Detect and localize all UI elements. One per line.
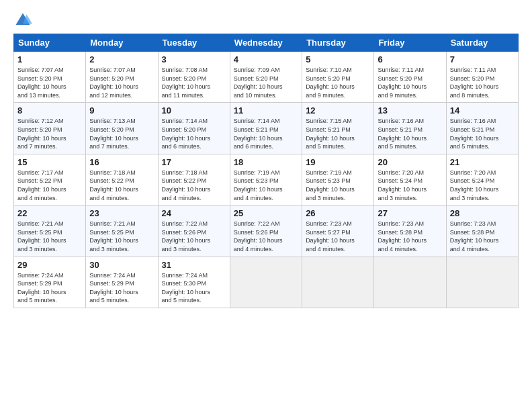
- day-info: Sunrise: 7:19 AM Sunset: 5:23 PM Dayligh…: [306, 169, 370, 202]
- calendar-day-cell: 4Sunrise: 7:09 AM Sunset: 5:20 PM Daylig…: [230, 52, 302, 103]
- calendar-day-cell: [230, 257, 302, 308]
- calendar-day-cell: [374, 257, 446, 308]
- logo: [13, 11, 35, 30]
- day-info: Sunrise: 7:13 AM Sunset: 5:20 PM Dayligh…: [89, 117, 154, 150]
- day-info: Sunrise: 7:12 AM Sunset: 5:20 PM Dayligh…: [17, 117, 82, 150]
- day-info: Sunrise: 7:15 AM Sunset: 5:21 PM Dayligh…: [306, 117, 370, 150]
- day-info: Sunrise: 7:14 AM Sunset: 5:20 PM Dayligh…: [162, 117, 226, 150]
- day-info: Sunrise: 7:10 AM Sunset: 5:20 PM Dayligh…: [306, 66, 370, 99]
- calendar-day-cell: 17Sunrise: 7:18 AM Sunset: 5:22 PM Dayli…: [158, 154, 230, 205]
- calendar-day-cell: [302, 257, 374, 308]
- day-number: 21: [450, 157, 515, 167]
- calendar-day-cell: 28Sunrise: 7:23 AM Sunset: 5:28 PM Dayli…: [446, 205, 518, 257]
- calendar-day-cell: 5Sunrise: 7:10 AM Sunset: 5:20 PM Daylig…: [302, 52, 374, 103]
- day-info: Sunrise: 7:23 AM Sunset: 5:27 PM Dayligh…: [306, 220, 370, 253]
- calendar-day-cell: 2Sunrise: 7:07 AM Sunset: 5:20 PM Daylig…: [86, 52, 158, 103]
- day-number: 2: [89, 54, 154, 64]
- calendar-week-row: 8Sunrise: 7:12 AM Sunset: 5:20 PM Daylig…: [14, 103, 519, 154]
- day-number: 25: [234, 208, 298, 218]
- calendar-day-cell: 18Sunrise: 7:19 AM Sunset: 5:23 PM Dayli…: [230, 154, 302, 205]
- calendar-day-cell: 31Sunrise: 7:24 AM Sunset: 5:30 PM Dayli…: [158, 257, 230, 308]
- day-number: 9: [89, 105, 154, 116]
- calendar-week-row: 29Sunrise: 7:24 AM Sunset: 5:29 PM Dayli…: [14, 257, 519, 308]
- day-info: Sunrise: 7:14 AM Sunset: 5:21 PM Dayligh…: [234, 117, 298, 150]
- day-info: Sunrise: 7:09 AM Sunset: 5:20 PM Dayligh…: [234, 66, 298, 99]
- calendar-header-thursday: Thursday: [302, 34, 374, 52]
- calendar-header-friday: Friday: [374, 34, 446, 52]
- day-info: Sunrise: 7:07 AM Sunset: 5:20 PM Dayligh…: [17, 66, 82, 99]
- day-info: Sunrise: 7:16 AM Sunset: 5:21 PM Dayligh…: [450, 117, 515, 150]
- day-info: Sunrise: 7:24 AM Sunset: 5:29 PM Dayligh…: [89, 271, 154, 305]
- logo-icon: [13, 11, 32, 30]
- day-info: Sunrise: 7:16 AM Sunset: 5:21 PM Dayligh…: [378, 117, 442, 150]
- day-info: Sunrise: 7:21 AM Sunset: 5:25 PM Dayligh…: [17, 220, 82, 253]
- calendar-day-cell: 12Sunrise: 7:15 AM Sunset: 5:21 PM Dayli…: [302, 103, 374, 154]
- calendar-week-row: 1Sunrise: 7:07 AM Sunset: 5:20 PM Daylig…: [14, 52, 519, 103]
- calendar-day-cell: 13Sunrise: 7:16 AM Sunset: 5:21 PM Dayli…: [374, 103, 446, 154]
- day-info: Sunrise: 7:08 AM Sunset: 5:20 PM Dayligh…: [162, 66, 226, 99]
- calendar-day-cell: 22Sunrise: 7:21 AM Sunset: 5:25 PM Dayli…: [14, 205, 86, 257]
- day-info: Sunrise: 7:20 AM Sunset: 5:24 PM Dayligh…: [378, 169, 442, 202]
- day-number: 1: [17, 54, 82, 64]
- day-number: 3: [162, 54, 226, 64]
- day-number: 27: [378, 208, 442, 218]
- calendar-table: SundayMondayTuesdayWednesdayThursdayFrid…: [13, 34, 519, 308]
- calendar-day-cell: 14Sunrise: 7:16 AM Sunset: 5:21 PM Dayli…: [446, 103, 518, 154]
- day-info: Sunrise: 7:11 AM Sunset: 5:20 PM Dayligh…: [378, 66, 442, 99]
- day-info: Sunrise: 7:07 AM Sunset: 5:20 PM Dayligh…: [89, 66, 154, 99]
- day-info: Sunrise: 7:20 AM Sunset: 5:24 PM Dayligh…: [450, 169, 515, 202]
- calendar-day-cell: 30Sunrise: 7:24 AM Sunset: 5:29 PM Dayli…: [86, 257, 158, 308]
- day-info: Sunrise: 7:23 AM Sunset: 5:28 PM Dayligh…: [378, 220, 442, 253]
- calendar-day-cell: 3Sunrise: 7:08 AM Sunset: 5:20 PM Daylig…: [158, 52, 230, 103]
- day-info: Sunrise: 7:17 AM Sunset: 5:22 PM Dayligh…: [17, 169, 82, 202]
- calendar-day-cell: 29Sunrise: 7:24 AM Sunset: 5:29 PM Dayli…: [14, 257, 86, 308]
- calendar-day-cell: 23Sunrise: 7:21 AM Sunset: 5:25 PM Dayli…: [86, 205, 158, 257]
- calendar-day-cell: 24Sunrise: 7:22 AM Sunset: 5:26 PM Dayli…: [158, 205, 230, 257]
- day-info: Sunrise: 7:21 AM Sunset: 5:25 PM Dayligh…: [89, 220, 154, 253]
- day-info: Sunrise: 7:23 AM Sunset: 5:28 PM Dayligh…: [450, 220, 515, 253]
- calendar-header-wednesday: Wednesday: [230, 34, 302, 52]
- day-number: 18: [234, 157, 298, 167]
- calendar-header-monday: Monday: [86, 34, 158, 52]
- day-info: Sunrise: 7:22 AM Sunset: 5:26 PM Dayligh…: [162, 220, 226, 253]
- day-number: 29: [17, 260, 82, 270]
- day-number: 8: [17, 105, 82, 116]
- calendar-header-row: SundayMondayTuesdayWednesdayThursdayFrid…: [14, 34, 519, 52]
- day-number: 17: [162, 157, 226, 167]
- day-number: 5: [306, 54, 370, 64]
- day-number: 10: [162, 105, 226, 116]
- day-number: 13: [378, 105, 442, 116]
- calendar-day-cell: [446, 257, 518, 308]
- calendar-day-cell: 16Sunrise: 7:18 AM Sunset: 5:22 PM Dayli…: [86, 154, 158, 205]
- day-number: 26: [306, 208, 370, 218]
- day-info: Sunrise: 7:22 AM Sunset: 5:26 PM Dayligh…: [234, 220, 298, 253]
- day-number: 14: [450, 105, 515, 116]
- calendar-header-saturday: Saturday: [446, 34, 518, 52]
- calendar-day-cell: 19Sunrise: 7:19 AM Sunset: 5:23 PM Dayli…: [302, 154, 374, 205]
- day-info: Sunrise: 7:19 AM Sunset: 5:23 PM Dayligh…: [234, 169, 298, 202]
- day-number: 23: [89, 208, 154, 218]
- calendar-header-sunday: Sunday: [14, 34, 86, 52]
- day-number: 11: [234, 105, 298, 116]
- calendar-day-cell: 7Sunrise: 7:11 AM Sunset: 5:20 PM Daylig…: [446, 52, 518, 103]
- day-info: Sunrise: 7:24 AM Sunset: 5:30 PM Dayligh…: [162, 271, 226, 305]
- day-number: 6: [378, 54, 442, 64]
- day-info: Sunrise: 7:11 AM Sunset: 5:20 PM Dayligh…: [450, 66, 515, 99]
- day-number: 24: [162, 208, 226, 218]
- day-info: Sunrise: 7:24 AM Sunset: 5:29 PM Dayligh…: [17, 271, 82, 305]
- day-number: 4: [234, 54, 298, 64]
- day-info: Sunrise: 7:18 AM Sunset: 5:22 PM Dayligh…: [89, 169, 154, 202]
- calendar-day-cell: 26Sunrise: 7:23 AM Sunset: 5:27 PM Dayli…: [302, 205, 374, 257]
- day-info: Sunrise: 7:18 AM Sunset: 5:22 PM Dayligh…: [162, 169, 226, 202]
- day-number: 30: [89, 260, 154, 270]
- header: [13, 11, 519, 30]
- calendar-day-cell: 25Sunrise: 7:22 AM Sunset: 5:26 PM Dayli…: [230, 205, 302, 257]
- calendar-day-cell: 9Sunrise: 7:13 AM Sunset: 5:20 PM Daylig…: [86, 103, 158, 154]
- calendar-week-row: 22Sunrise: 7:21 AM Sunset: 5:25 PM Dayli…: [14, 205, 519, 257]
- calendar-header-tuesday: Tuesday: [158, 34, 230, 52]
- calendar-day-cell: 10Sunrise: 7:14 AM Sunset: 5:20 PM Dayli…: [158, 103, 230, 154]
- day-number: 28: [450, 208, 515, 218]
- day-number: 15: [17, 157, 82, 167]
- calendar-day-cell: 21Sunrise: 7:20 AM Sunset: 5:24 PM Dayli…: [446, 154, 518, 205]
- calendar-day-cell: 1Sunrise: 7:07 AM Sunset: 5:20 PM Daylig…: [14, 52, 86, 103]
